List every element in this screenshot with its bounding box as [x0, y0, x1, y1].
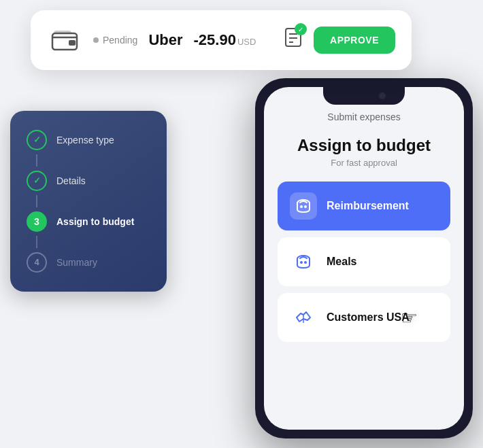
step-connector-3	[36, 236, 37, 248]
scene: Pending Uber -25.90USD ✓ APPROVE ✓ Expen…	[10, 10, 473, 438]
step-2-label: Details	[56, 175, 86, 186]
step-1-label: Expense type	[56, 135, 114, 145]
phone-mockup: Submit expenses Assign to budget For fas…	[255, 78, 473, 438]
step-4-label: Summary	[56, 257, 97, 268]
step-3: 3 Assign to budget	[27, 211, 150, 232]
step-1-circle: ✓	[27, 130, 47, 150]
cursor-hand-icon: ☞	[401, 307, 418, 329]
reimbursement-icon	[290, 192, 317, 220]
step-connector-1	[36, 154, 37, 167]
phone-content: Submit expenses Assign to budget For fas…	[264, 87, 464, 362]
reimbursement-label: Reimbursement	[327, 200, 409, 212]
step-3-circle: 3	[27, 211, 47, 232]
wallet-icon	[47, 22, 82, 58]
step-connector-2	[36, 195, 37, 207]
currency: USD	[237, 37, 256, 47]
step-2-circle: ✓	[27, 171, 47, 191]
svg-rect-1	[69, 40, 76, 46]
svg-point-6	[300, 205, 303, 208]
customers-usa-icon	[290, 304, 317, 331]
status-text: Pending	[103, 35, 137, 46]
screen-title: Submit expenses	[278, 111, 450, 122]
step-3-label: Assign to budget	[56, 216, 134, 227]
svg-point-8	[300, 261, 303, 264]
amount: -25.90USD	[194, 31, 256, 49]
screen-heading: Assign to budget	[278, 136, 450, 155]
step-1: ✓ Expense type	[27, 130, 150, 150]
budget-item-reimbursement[interactable]: Reimbursement	[278, 182, 450, 230]
receipt-check-icon: ✓	[295, 23, 307, 35]
steps-card: ✓ Expense type ✓ Details 3 Assign to bud…	[10, 111, 167, 292]
screen-subheading: For fast approval	[278, 158, 450, 168]
phone-camera	[379, 92, 386, 99]
uber-expense-card: Pending Uber -25.90USD ✓ APPROVE	[31, 10, 412, 70]
meals-icon	[290, 248, 317, 275]
meals-label: Meals	[327, 256, 356, 268]
svg-point-7	[304, 205, 307, 208]
phone-screen: Submit expenses Assign to budget For fas…	[264, 87, 464, 430]
phone-notch	[323, 87, 405, 105]
svg-point-9	[304, 261, 307, 264]
receipt-icon: ✓	[284, 27, 303, 52]
merchant-name: Uber	[148, 31, 182, 49]
customers-usa-label: Customers USA	[327, 311, 410, 324]
step-2: ✓ Details	[27, 171, 150, 191]
budget-item-customers-usa[interactable]: Customers USA	[278, 293, 450, 342]
budget-item-meals[interactable]: Meals	[278, 237, 450, 286]
amount-value: -25.90	[194, 31, 236, 48]
approve-button[interactable]: APPROVE	[314, 27, 395, 54]
status-badge: Pending	[93, 35, 137, 46]
step-4: 4 Summary	[27, 252, 150, 273]
step-4-circle: 4	[27, 252, 47, 273]
